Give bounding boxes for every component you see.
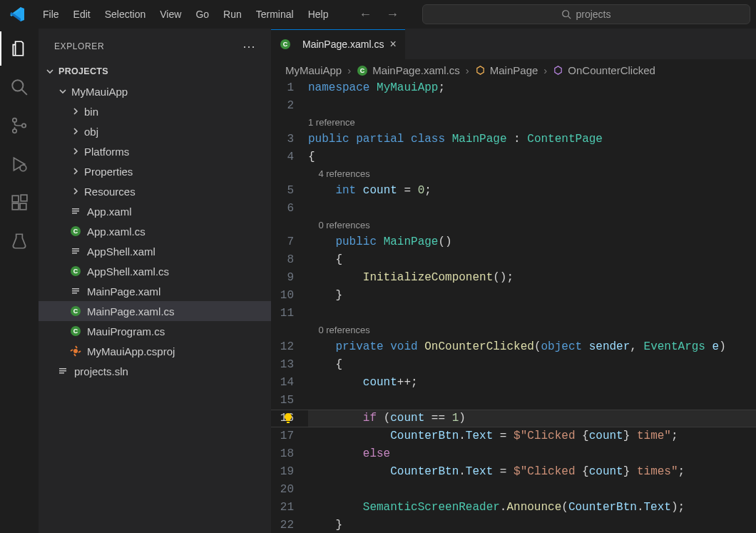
explorer-sidebar: EXPLORER ⋯ PROJECTS MyMauiAppbinobjPlatf… bbox=[39, 29, 271, 533]
file-icon: C bbox=[70, 225, 81, 237]
menu-item-terminal[interactable]: Terminal bbox=[249, 6, 301, 23]
tree-item[interactable]: projects.sln bbox=[39, 361, 271, 381]
svg-text:C: C bbox=[73, 268, 78, 275]
file-tree: PROJECTS MyMauiAppbinobjPlatformsPropert… bbox=[39, 61, 271, 381]
svg-rect-22 bbox=[72, 288, 79, 290]
svg-rect-37 bbox=[287, 422, 290, 423]
nav-back-icon[interactable]: ← bbox=[359, 7, 372, 22]
chevron-icon bbox=[57, 86, 68, 97]
nav-forward-icon[interactable]: → bbox=[386, 7, 399, 22]
menu-item-help[interactable]: Help bbox=[301, 6, 336, 23]
tree-item[interactable]: CApp.xaml.cs bbox=[39, 221, 271, 241]
method-icon bbox=[553, 65, 563, 76]
file-icon: C bbox=[70, 265, 81, 277]
search-placeholder: projects bbox=[576, 9, 611, 20]
tree-section-projects[interactable]: PROJECTS bbox=[39, 61, 271, 81]
svg-rect-19 bbox=[72, 253, 77, 254]
file-icon: C bbox=[70, 325, 81, 337]
tab-bar: C MainPage.xaml.cs × bbox=[271, 29, 756, 60]
svg-text:C: C bbox=[360, 67, 365, 74]
tree-item[interactable]: MyMauiApp bbox=[39, 81, 271, 101]
breadcrumb-method: OnCounterClicked bbox=[553, 64, 655, 76]
chevron-icon bbox=[70, 186, 81, 197]
svg-rect-32 bbox=[59, 372, 64, 374]
chevron-icon bbox=[70, 166, 81, 177]
chevron-down-icon bbox=[44, 66, 56, 77]
tree-item[interactable]: Properties bbox=[39, 161, 271, 181]
class-icon bbox=[475, 65, 486, 76]
breadcrumb-project: MyMauiApp bbox=[285, 64, 342, 76]
menu-item-edit[interactable]: Edit bbox=[66, 6, 98, 23]
search-activity-icon[interactable] bbox=[9, 77, 29, 97]
run-debug-icon[interactable] bbox=[9, 154, 29, 174]
tree-item[interactable]: Platforms bbox=[39, 141, 271, 161]
file-icon bbox=[70, 345, 81, 357]
svg-rect-14 bbox=[72, 213, 77, 214]
svg-rect-31 bbox=[59, 370, 66, 372]
svg-rect-13 bbox=[72, 210, 79, 212]
testing-icon[interactable] bbox=[9, 231, 29, 251]
codelens[interactable]: 1 reference bbox=[308, 115, 756, 131]
tree-item[interactable]: obj bbox=[39, 121, 271, 141]
tree-item[interactable]: Resources bbox=[39, 181, 271, 201]
file-icon bbox=[57, 365, 68, 377]
codelens[interactable]: 4 references bbox=[308, 166, 756, 182]
tree-item[interactable]: AppShell.xaml bbox=[39, 241, 271, 261]
svg-rect-8 bbox=[12, 196, 19, 202]
tree-item[interactable]: MyMauiApp.csproj bbox=[39, 341, 271, 361]
code-editor[interactable]: 1234567891011121314151617181920212223 na… bbox=[271, 79, 756, 533]
svg-line-1 bbox=[568, 16, 571, 19]
tree-item[interactable]: CMauiProgram.cs bbox=[39, 321, 271, 341]
svg-rect-11 bbox=[21, 195, 27, 201]
command-center-search[interactable]: projects bbox=[422, 4, 750, 24]
svg-rect-18 bbox=[72, 250, 79, 252]
tree-item[interactable]: CAppShell.xaml.cs bbox=[39, 261, 271, 281]
extensions-icon[interactable] bbox=[9, 193, 29, 213]
menu-item-run[interactable]: Run bbox=[216, 6, 249, 23]
svg-point-29 bbox=[73, 349, 78, 353]
svg-rect-30 bbox=[59, 368, 66, 370]
svg-rect-12 bbox=[72, 208, 79, 210]
svg-rect-23 bbox=[72, 290, 79, 292]
tree-item[interactable]: CMainPage.xaml.cs bbox=[39, 301, 271, 321]
menu-item-view[interactable]: View bbox=[153, 6, 188, 23]
breadcrumb-file: C MainPage.xaml.cs bbox=[357, 64, 460, 76]
sidebar-more-icon[interactable]: ⋯ bbox=[242, 39, 257, 54]
svg-rect-17 bbox=[72, 248, 79, 250]
csharp-file-icon: C bbox=[357, 65, 368, 76]
tab-mainpage-cs[interactable]: C MainPage.xaml.cs × bbox=[271, 29, 405, 59]
close-icon[interactable]: × bbox=[389, 38, 396, 51]
lightbulb-icon[interactable] bbox=[282, 412, 294, 424]
tab-label: MainPage.xaml.cs bbox=[302, 39, 384, 50]
editor-group: C MainPage.xaml.cs × MyMauiApp › C MainP… bbox=[271, 29, 756, 533]
menu-item-go[interactable]: Go bbox=[188, 6, 216, 23]
codelens[interactable]: 0 references bbox=[308, 218, 756, 233]
svg-point-4 bbox=[13, 118, 16, 122]
menu-item-selection[interactable]: Selection bbox=[98, 6, 153, 23]
activity-bar bbox=[0, 29, 39, 533]
menu-item-file[interactable]: File bbox=[36, 6, 66, 23]
titlebar: FileEditSelectionViewGoRunTerminalHelp ←… bbox=[0, 0, 756, 29]
explorer-icon[interactable] bbox=[9, 39, 29, 59]
file-icon bbox=[70, 285, 81, 297]
tree-item[interactable]: MainPage.xaml bbox=[39, 281, 271, 301]
file-icon: C bbox=[70, 305, 81, 317]
svg-point-2 bbox=[12, 80, 23, 91]
svg-point-0 bbox=[563, 11, 569, 17]
codelens[interactable]: 0 references bbox=[308, 323, 756, 338]
svg-point-5 bbox=[13, 129, 16, 133]
vscode-logo-icon bbox=[9, 6, 26, 23]
tree-item[interactable]: App.xaml bbox=[39, 201, 271, 221]
file-icon bbox=[70, 245, 81, 257]
tree-item[interactable]: bin bbox=[39, 101, 271, 121]
svg-text:C: C bbox=[283, 41, 288, 48]
svg-text:C: C bbox=[73, 228, 78, 235]
sidebar-title: EXPLORER bbox=[54, 41, 242, 51]
menu-bar: FileEditSelectionViewGoRunTerminalHelp bbox=[36, 6, 335, 23]
svg-rect-10 bbox=[20, 203, 26, 210]
svg-text:C: C bbox=[73, 328, 78, 335]
source-control-icon[interactable] bbox=[9, 116, 29, 136]
svg-rect-24 bbox=[72, 293, 77, 294]
breadcrumb[interactable]: MyMauiApp › C MainPage.xaml.cs › MainPag… bbox=[271, 60, 756, 79]
chevron-icon bbox=[70, 126, 81, 137]
